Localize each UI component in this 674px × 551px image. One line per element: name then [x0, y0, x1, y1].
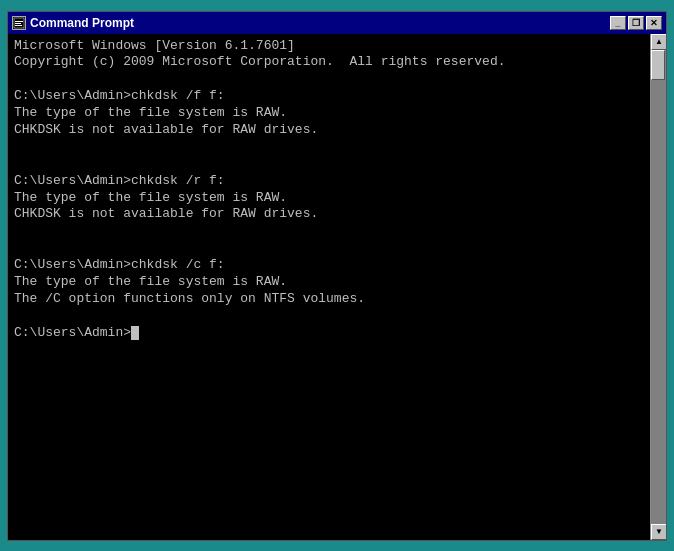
scroll-down-button[interactable]: ▼: [651, 524, 666, 540]
scrollbar-track[interactable]: [651, 50, 666, 524]
window-content: Microsoft Windows [Version 6.1.7601] Cop…: [8, 34, 666, 540]
title-bar-buttons: _ ❒ ✕: [610, 16, 662, 30]
scrollbar[interactable]: ▲ ▼: [650, 34, 666, 540]
svg-rect-1: [15, 21, 23, 22]
scrollbar-thumb[interactable]: [651, 50, 665, 80]
close-button[interactable]: ✕: [646, 16, 662, 30]
title-bar: Command Prompt _ ❒ ✕: [8, 12, 666, 34]
window-icon: [12, 16, 26, 30]
minimize-button[interactable]: _: [610, 16, 626, 30]
svg-rect-2: [15, 23, 21, 24]
scroll-up-button[interactable]: ▲: [651, 34, 666, 50]
window-title: Command Prompt: [30, 16, 134, 30]
terminal-output: Microsoft Windows [Version 6.1.7601] Cop…: [14, 38, 644, 342]
command-prompt-window: Command Prompt _ ❒ ✕ Microsoft Windows […: [7, 11, 667, 541]
title-bar-left: Command Prompt: [12, 16, 134, 30]
restore-button[interactable]: ❒: [628, 16, 644, 30]
svg-rect-3: [15, 25, 22, 26]
terminal-area[interactable]: Microsoft Windows [Version 6.1.7601] Cop…: [8, 34, 650, 540]
